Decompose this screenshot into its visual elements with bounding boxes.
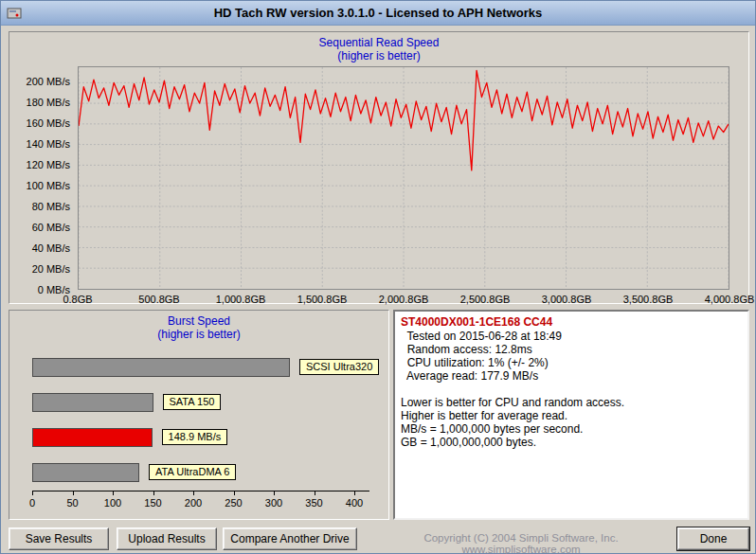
x-axis-tick-label: 3,500.8GB	[623, 294, 674, 305]
upload-results-button[interactable]: Upload Results	[117, 527, 217, 550]
drive-model-label: ST4000DX001-1CE168 CC44	[401, 315, 742, 330]
burst-axis-tick-label: 0	[29, 497, 35, 509]
burst-bar	[32, 358, 290, 377]
sequential-chart-title: Sequential Read Speed (higher is better)	[9, 36, 748, 63]
x-axis-tick-label: 1,000.8GB	[216, 294, 266, 305]
burst-axis-tick	[73, 491, 74, 495]
x-axis-tick-label: 3,000.8GB	[542, 294, 592, 305]
burst-bar	[32, 393, 153, 412]
burst-chart-subtitle: (higher is better)	[9, 328, 388, 341]
drive-info-line: Higher is better for average read.	[401, 409, 742, 422]
burst-axis-tick-label: 200	[185, 497, 202, 509]
title-bar[interactable]: HD Tach RW version 3.0.1.0 - Licensed to…	[1, 1, 755, 26]
burst-axis-tick	[234, 491, 235, 495]
drive-info-line: GB = 1,000,000,000 bytes.	[401, 436, 742, 449]
sequential-read-line-chart	[79, 67, 729, 289]
y-axis-tick-label: 20 MB/s	[9, 263, 70, 275]
x-axis-tick-label: 0.8GB	[63, 294, 92, 305]
drive-info-panel: ST4000DX001-1CE168 CC44 Tested on 2015-0…	[393, 310, 749, 520]
y-axis-tick-label: 60 MB/s	[9, 222, 70, 233]
burst-bar	[32, 428, 153, 447]
burst-axis-tick	[354, 491, 355, 495]
x-axis-tick-label: 4,000.8GB	[705, 294, 755, 305]
sequential-plot-area	[78, 66, 729, 290]
window-title: HD Tach RW version 3.0.1.0 - Licensed to…	[214, 6, 543, 20]
y-axis-tick-label: 140 MB/s	[9, 138, 70, 150]
y-axis-tick-label: 80 MB/s	[9, 201, 70, 212]
drive-info-line	[401, 383, 742, 396]
hd-tach-window: HD Tach RW version 3.0.1.0 - Licensed to…	[0, 0, 756, 554]
done-button[interactable]: Done	[677, 527, 749, 550]
burst-axis-tick-label: 300	[265, 497, 282, 509]
sequential-x-axis: 0.8GB500.8GB1,000.8GB1,500.8GB2,000.8GB2…	[78, 294, 729, 309]
drive-info-line: CPU utilization: 1% (+/- 2%)	[401, 356, 742, 369]
y-axis-tick-label: 160 MB/s	[9, 117, 70, 129]
drive-info-line: MB/s = 1,000,000 bytes per second.	[401, 422, 742, 436]
drive-info-line: Lower is better for CPU and random acces…	[401, 396, 742, 409]
burst-axis-tick-label: 50	[66, 497, 78, 509]
x-axis-tick-label: 2,000.8GB	[379, 294, 429, 305]
x-axis-tick-label: 500.8GB	[138, 294, 179, 305]
burst-axis-tick-label: 250	[225, 497, 242, 509]
y-axis-tick-label: 40 MB/s	[9, 242, 70, 254]
burst-axis-tick	[315, 491, 315, 495]
burst-chart-title-text: Burst Speed	[9, 314, 388, 328]
drive-info-lines: Tested on 2015-06-28 at 18:49 Random acc…	[401, 330, 742, 449]
drive-info-line: Random access: 12.8ms	[401, 343, 742, 356]
y-axis-tick-label: 120 MB/s	[9, 159, 70, 170]
y-axis-tick-label: 200 MB/s	[9, 76, 70, 87]
burst-axis-tick-label: 100	[104, 497, 121, 509]
burst-axis-tick-label: 400	[346, 497, 363, 509]
x-axis-tick-label: 1,500.8GB	[297, 294, 348, 305]
burst-speed-panel: Burst Speed (higher is better) SCSI Ultr…	[9, 310, 389, 520]
burst-axis-tick	[274, 491, 275, 495]
burst-bar-label: SCSI Ultra320	[299, 359, 379, 375]
burst-axis-tick	[193, 491, 194, 495]
y-axis-tick-label: 180 MB/s	[9, 97, 70, 108]
y-axis-tick-label: 100 MB/s	[9, 180, 70, 191]
burst-bar	[32, 463, 139, 482]
burst-bar-label: SATA 150	[163, 394, 222, 410]
burst-x-axis: 050100150200250300350400	[32, 491, 369, 491]
sequential-chart-title-text: Sequential Read Speed	[9, 36, 748, 49]
burst-axis-tick	[32, 491, 33, 495]
burst-chart-title: Burst Speed (higher is better)	[9, 314, 388, 341]
burst-bars-area: SCSI Ultra320SATA 150148.9 MB/sATA Ultra…	[32, 358, 387, 491]
sequential-chart-subtitle: (higher is better)	[9, 49, 748, 63]
app-icon	[7, 6, 22, 21]
x-axis-tick-label: 2,500.8GB	[460, 294, 511, 305]
compare-another-drive-button[interactable]: Compare Another Drive	[223, 527, 357, 550]
burst-axis-tick-label: 350	[305, 497, 322, 509]
burst-axis-tick-label: 150	[144, 497, 161, 509]
y-axis-tick-label: 0 MB/s	[9, 284, 70, 295]
burst-bar-label: 148.9 MB/s	[162, 429, 228, 445]
drive-info-line: Average read: 177.9 MB/s	[401, 369, 742, 383]
sequential-y-axis: 0 MB/s20 MB/s40 MB/s60 MB/s80 MB/s100 MB…	[9, 66, 72, 290]
burst-bar-label: ATA UltraDMA 6	[149, 464, 236, 480]
burst-axis-tick	[153, 491, 154, 495]
copyright-text: Copyright (C) 2004 Simpli Software, Inc.…	[369, 532, 674, 554]
save-results-button[interactable]: Save Results	[9, 527, 109, 550]
drive-info-line: Tested on 2015-06-28 at 18:49	[401, 330, 742, 343]
sequential-read-panel: Sequential Read Speed (higher is better)…	[9, 31, 749, 304]
burst-axis-tick	[113, 491, 114, 495]
